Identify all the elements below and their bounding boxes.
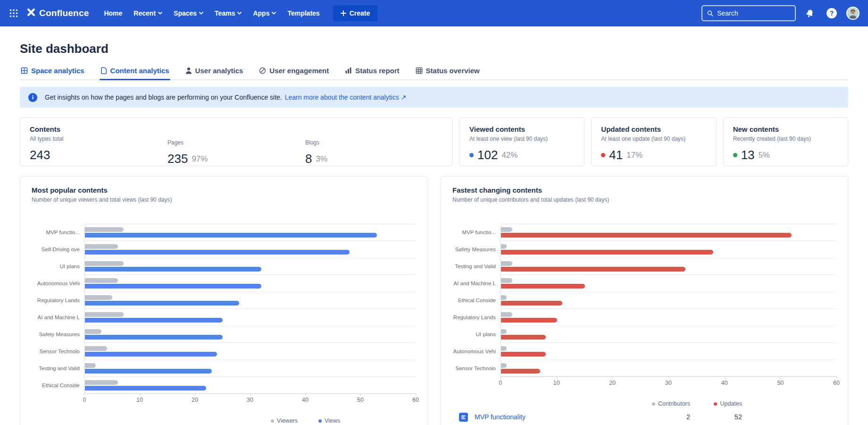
status-dot	[469, 153, 474, 157]
views-bar[interactable]	[85, 369, 212, 374]
updates-bar[interactable]	[501, 267, 685, 272]
views-bar[interactable]	[85, 301, 239, 306]
updates-bar[interactable]	[501, 369, 540, 374]
info-icon: i	[28, 93, 37, 102]
chart-plot-row	[84, 326, 416, 343]
updates-bar[interactable]	[501, 284, 585, 289]
updates-bar[interactable]	[501, 250, 713, 255]
nav-item-templates[interactable]: Templates	[283, 6, 324, 21]
views-bar[interactable]	[85, 284, 261, 289]
viewers-bar[interactable]	[85, 227, 124, 232]
chart-row: Safety Measures	[452, 241, 836, 258]
nav-item-home[interactable]: Home	[99, 6, 127, 21]
learn-more-link[interactable]: Learn more about the content analytics ↗	[285, 94, 407, 101]
viewers-bar[interactable]	[85, 346, 107, 351]
updates-bar[interactable]	[501, 318, 557, 323]
views-bar[interactable]	[85, 233, 377, 238]
category-label: Ethical Conside	[452, 292, 501, 309]
top-navbar: Confluence Home Recent Spaces Teams Apps	[0, 0, 868, 26]
metric-label: All types total	[30, 136, 167, 142]
axis-tick-label: 10	[136, 397, 143, 403]
contributors-bar[interactable]	[501, 329, 507, 334]
contributors-bar[interactable]	[501, 227, 512, 232]
tab-status-report[interactable]: Status report	[344, 67, 400, 79]
chevron-down-icon	[272, 12, 276, 15]
updates-bar[interactable]	[501, 335, 546, 340]
category-label: MVP functio...	[452, 224, 501, 241]
tab-status-overview[interactable]: Status overview	[415, 67, 481, 79]
card-title: Viewed contents	[469, 125, 575, 133]
axis-tick-label: 20	[192, 397, 198, 403]
category-label: Safety Measures	[32, 326, 84, 343]
tab-content-analytics[interactable]: Content analytics	[100, 67, 170, 79]
tab-user-engagement[interactable]: User engagement	[258, 67, 330, 79]
tab-space-analytics[interactable]: Space analytics	[20, 67, 85, 79]
category-label: UI plans	[452, 326, 501, 343]
info-banner: i Get insights on how the pages and blog…	[20, 87, 848, 108]
viewers-bar[interactable]	[85, 295, 112, 300]
contributors-bar[interactable]	[501, 295, 507, 300]
contributors-bar[interactable]	[501, 244, 507, 249]
contributors-bar[interactable]	[501, 312, 512, 317]
nav-item-recent[interactable]: Recent	[129, 6, 167, 21]
category-label: Testing and Valid	[452, 258, 501, 275]
nav-item-apps[interactable]: Apps	[248, 6, 281, 21]
chart-plot-row	[84, 224, 416, 241]
chart-row: UI plans	[452, 326, 836, 343]
views-bar[interactable]	[85, 250, 350, 255]
list-item: MVP functionality252	[452, 410, 836, 424]
axis-tick-label: 50	[357, 397, 364, 403]
category-label: Ethical Conside	[32, 377, 84, 394]
views-bar[interactable]	[85, 267, 261, 272]
search-input[interactable]	[717, 9, 790, 17]
chart-legend: ContributorsUpdates	[452, 400, 836, 407]
legend-label: Updates	[720, 400, 742, 407]
updates-bar[interactable]	[501, 301, 562, 306]
viewers-bar[interactable]	[85, 312, 124, 317]
axis-tick-label: 50	[777, 380, 784, 386]
updates-bar[interactable]	[501, 352, 546, 357]
chart-plot-row	[501, 292, 836, 309]
banner-text: Get insights on how the pages and blogs …	[45, 94, 406, 101]
contributors-bar[interactable]	[501, 278, 512, 283]
viewers-bar[interactable]	[85, 329, 101, 334]
views-bar[interactable]	[85, 318, 223, 323]
updates-bar[interactable]	[501, 233, 792, 238]
tab-user-analytics[interactable]: User analytics	[184, 67, 244, 79]
viewers-bar[interactable]	[85, 363, 96, 368]
chart-row: Autonomous Vehi	[32, 275, 416, 292]
user-analytics-icon	[185, 67, 192, 74]
help-icon[interactable]: ?	[824, 5, 840, 21]
chart-row: Autonomous Vehi	[452, 343, 836, 360]
app-switcher-icon[interactable]	[7, 6, 21, 20]
notifications-bell-icon[interactable]	[802, 6, 817, 21]
confluence-logo[interactable]: Confluence	[26, 8, 89, 19]
legend-item: Updates	[690, 400, 742, 407]
viewers-bar[interactable]	[85, 261, 124, 266]
category-label: MVP functio...	[32, 224, 84, 241]
status-overview-icon	[416, 67, 423, 74]
viewers-bar[interactable]	[85, 278, 118, 283]
metric-label: Blogs	[305, 139, 443, 146]
contributors-bar[interactable]	[501, 261, 512, 266]
legend-dot	[318, 419, 322, 423]
views-bar[interactable]	[85, 335, 223, 340]
nav-item-teams[interactable]: Teams	[210, 6, 246, 21]
user-avatar[interactable]	[846, 7, 860, 20]
chart-plot-row	[501, 258, 836, 275]
category-label: Testing and Valid	[32, 360, 84, 377]
chevron-down-icon	[237, 12, 242, 15]
viewers-bar[interactable]	[85, 380, 118, 385]
status-report-icon	[345, 67, 352, 74]
content-link[interactable]: MVP functionality	[475, 413, 526, 421]
viewers-bar[interactable]	[85, 244, 118, 249]
contributors-bar[interactable]	[501, 363, 507, 368]
views-bar[interactable]	[85, 386, 206, 391]
contributors-bar[interactable]	[501, 346, 507, 351]
views-bar[interactable]	[85, 352, 217, 357]
axis-tick-label: 10	[553, 380, 560, 386]
nav-item-spaces[interactable]: Spaces	[169, 6, 208, 21]
create-button[interactable]: Create	[333, 5, 378, 21]
primary-nav: Home Recent Spaces Teams Apps Templates	[99, 6, 324, 21]
chart-subtitle: Number of unique contributors and total …	[452, 196, 836, 203]
